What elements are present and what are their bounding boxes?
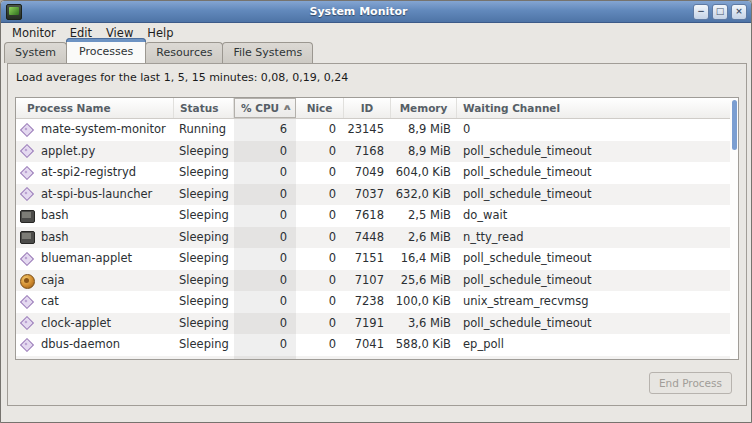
cell-status: Sleeping xyxy=(174,184,234,206)
cell-status: Sleeping xyxy=(174,227,234,249)
cell-nice: 0 xyxy=(296,334,344,356)
table-row[interactable]: dbus-daemonSleeping007041588,0 KiBep_pol… xyxy=(16,334,738,356)
cell-id: 7618 xyxy=(344,205,391,227)
tab-system[interactable]: System xyxy=(4,42,67,63)
package-icon xyxy=(19,251,35,267)
cell-status: Sleeping xyxy=(174,356,234,360)
cell-id: 7107 xyxy=(344,270,391,292)
column-header-status[interactable]: Status xyxy=(174,98,234,118)
cell-memory: 604,0 KiB xyxy=(391,162,457,184)
cell-cpu: 0 xyxy=(234,248,296,270)
column-header-waiting-channel[interactable]: Waiting Channel xyxy=(457,98,738,118)
minimize-button[interactable]: − xyxy=(693,4,709,20)
scrollbar-thumb[interactable] xyxy=(732,100,737,150)
cell-memory: 25,6 MiB xyxy=(391,270,457,292)
maximize-button[interactable]: □ xyxy=(712,4,728,20)
process-name-text: applet.py xyxy=(41,141,95,163)
cell-cpu: 0 xyxy=(234,313,296,335)
process-name-text: at-spi2-registryd xyxy=(41,162,136,184)
table-row[interactable]: clock-appletSleeping0071913,6 MiBpoll_sc… xyxy=(16,313,738,335)
cell-memory: 8,9 MiB xyxy=(391,141,457,163)
system-monitor-icon[interactable] xyxy=(6,4,22,20)
cell-id: 7151 xyxy=(344,248,391,270)
cell-waiting-channel: n_tty_read xyxy=(457,227,738,249)
table-row[interactable]: blueman-appletSleeping00715116,4 MiBpoll… xyxy=(16,248,738,270)
package-icon xyxy=(19,122,35,138)
column-header-memory[interactable]: Memory xyxy=(391,98,457,118)
process-name-text: dbus-daemon xyxy=(41,334,120,356)
terminal-icon xyxy=(19,229,35,245)
process-table: Process NameStatus% CPU∧NiceIDMemoryWait… xyxy=(15,97,739,360)
titlebar[interactable]: System Monitor − □ × xyxy=(1,1,751,23)
cell-memory: 2,5 MiB xyxy=(391,205,457,227)
cell-status: Sleeping xyxy=(174,291,234,313)
cell-waiting-channel: poll_schedule_timeout xyxy=(457,184,738,206)
table-row[interactable]: at-spi2-registrydSleeping007049604,0 KiB… xyxy=(16,162,738,184)
table-row[interactable]: bashSleeping0074482,6 MiBn_tty_read xyxy=(16,227,738,249)
cell-cpu: 0 xyxy=(234,270,296,292)
column-header-id[interactable]: ID xyxy=(344,98,391,118)
tab-file-systems[interactable]: File Systems xyxy=(222,42,313,63)
close-button[interactable]: × xyxy=(731,4,747,20)
table-row[interactable]: bashSleeping0076182,5 MiBdo_wait xyxy=(16,205,738,227)
cell-memory: 1,1 MiB xyxy=(391,356,457,360)
cell-cpu: 0 xyxy=(234,141,296,163)
table-row[interactable]: applet.pySleeping0071688,9 MiBpoll_sched… xyxy=(16,141,738,163)
cell-name: clock-applet xyxy=(16,313,174,335)
menu-item-help[interactable]: Help xyxy=(140,25,180,41)
cell-status: Running xyxy=(174,119,234,141)
cell-memory: 632,0 KiB xyxy=(391,184,457,206)
table-row[interactable]: catSleeping007238100,0 KiBunix_stream_re… xyxy=(16,291,738,313)
cell-status: Sleeping xyxy=(174,248,234,270)
table-rows: mate-system-monitorRunning60231458,9 MiB… xyxy=(16,119,738,359)
cell-status: Sleeping xyxy=(174,162,234,184)
table-scrollbar[interactable] xyxy=(730,98,738,359)
cell-name: applet.py xyxy=(16,141,174,163)
cell-nice: 0 xyxy=(296,291,344,313)
column-header-label: % CPU xyxy=(241,98,279,118)
package-icon xyxy=(19,143,35,159)
cell-cpu: 0 xyxy=(234,334,296,356)
cell-name: bash xyxy=(16,205,174,227)
table-row[interactable]: cajaSleeping00710725,6 MiBpoll_schedule_… xyxy=(16,270,738,292)
package-icon xyxy=(19,165,35,181)
table-header: Process NameStatus% CPU∧NiceIDMemoryWait… xyxy=(16,98,738,119)
load-averages-text: Load averages for the last 1, 5, 15 minu… xyxy=(16,71,348,84)
cell-name: at-spi-bus-launcher xyxy=(16,184,174,206)
end-process-button[interactable]: End Process xyxy=(649,372,732,394)
table-row[interactable]: dbus-launchSleeping0071131,1 MiBep_poll xyxy=(16,356,738,360)
cell-waiting-channel: unix_stream_recvmsg xyxy=(457,291,738,313)
cell-waiting-channel: poll_schedule_timeout xyxy=(457,141,738,163)
column-header-nice[interactable]: Nice xyxy=(296,98,344,118)
column-header-cpu[interactable]: % CPU∧ xyxy=(234,98,296,118)
table-row[interactable]: mate-system-monitorRunning60231458,9 MiB… xyxy=(16,119,738,141)
tab-resources[interactable]: Resources xyxy=(145,42,223,63)
cell-cpu: 0 xyxy=(234,227,296,249)
package-icon xyxy=(19,337,35,353)
cell-nice: 0 xyxy=(296,205,344,227)
process-name-text: bash xyxy=(41,227,69,249)
process-name-text: blueman-applet xyxy=(41,248,132,270)
cell-nice: 0 xyxy=(296,313,344,335)
system-monitor-window: System Monitor − □ × MonitorEditViewHelp… xyxy=(0,0,752,423)
cell-nice: 0 xyxy=(296,270,344,292)
table-row[interactable]: at-spi-bus-launcherSleeping007037632,0 K… xyxy=(16,184,738,206)
tab-processes[interactable]: Processes xyxy=(66,38,146,63)
package-icon xyxy=(19,186,35,202)
package-icon xyxy=(19,294,35,310)
cell-nice: 0 xyxy=(296,141,344,163)
column-header-process-name[interactable]: Process Name xyxy=(16,98,174,118)
menu-item-monitor[interactable]: Monitor xyxy=(5,25,63,41)
cell-cpu: 0 xyxy=(234,205,296,227)
cell-waiting-channel: 0 xyxy=(457,119,738,141)
cell-status: Sleeping xyxy=(174,270,234,292)
cell-cpu: 0 xyxy=(234,291,296,313)
cell-waiting-channel: do_wait xyxy=(457,205,738,227)
cell-memory: 588,0 KiB xyxy=(391,334,457,356)
cell-nice: 0 xyxy=(296,356,344,360)
cell-name: dbus-daemon xyxy=(16,334,174,356)
window-controls: − □ × xyxy=(693,4,747,20)
process-name-text: bash xyxy=(41,205,69,227)
cell-waiting-channel: poll_schedule_timeout xyxy=(457,270,738,292)
cell-memory: 8,9 MiB xyxy=(391,119,457,141)
